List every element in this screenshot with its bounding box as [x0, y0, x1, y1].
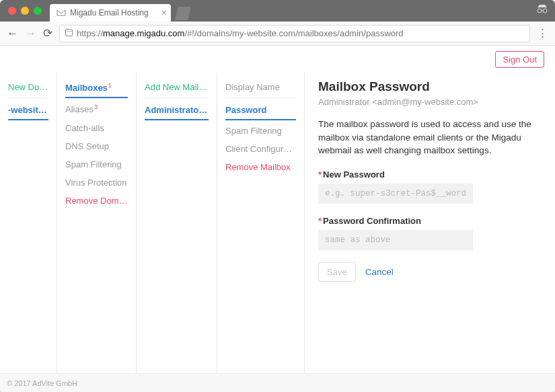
nav-password[interactable]: Password [225, 101, 296, 120]
nav-mailboxes[interactable]: Mailboxes1 [65, 78, 128, 98]
browser-tab[interactable]: Migadu Email Hosting × [50, 4, 171, 22]
required-indicator: * [318, 216, 322, 226]
divider [225, 97, 296, 98]
description-text: The mailbox password is used to access a… [318, 118, 542, 157]
svg-point-1 [543, 9, 547, 13]
new-password-input[interactable] [318, 184, 473, 204]
nav-virus-protection[interactable]: Virus Protection [65, 173, 128, 192]
nav-aliases[interactable]: Aliases3 [65, 100, 128, 118]
copyright-text: © 2017 AdVite GmbH [7, 379, 77, 387]
svg-rect-3 [66, 31, 73, 32]
nav-aliases-label: Aliases [65, 105, 94, 115]
page-title: Mailbox Password [318, 79, 542, 94]
save-button[interactable]: Save [318, 262, 356, 282]
tab-close-icon[interactable]: × [161, 8, 167, 17]
nav-spam-filtering[interactable]: Spam Filtering [65, 155, 128, 173]
svg-point-0 [538, 9, 542, 13]
top-bar: Sign Out [0, 46, 555, 73]
page-footer: © 2017 AdVite GmbH [0, 373, 555, 392]
new-password-label: *New Password [318, 169, 542, 180]
nav-remove-domain[interactable]: Remove Domain [65, 192, 128, 210]
browser-window: Migadu Email Hosting × ← → ⟳ https://man… [0, 0, 555, 392]
new-domain-link[interactable]: New Domain [8, 78, 48, 96]
window-zoom-traffic-light[interactable] [34, 7, 42, 15]
back-button[interactable]: ← [7, 27, 18, 40]
new-tab-button[interactable] [175, 7, 191, 20]
confirm-password-label: *Password Confirmation [318, 216, 542, 226]
reload-button[interactable]: ⟳ [43, 26, 52, 40]
browser-menu-icon[interactable]: ⋮ [537, 26, 548, 40]
domains-column: New Domain -website.com [0, 73, 57, 373]
divider [8, 97, 48, 98]
tab-title: Migadu Email Hosting [70, 8, 149, 17]
mailbox-identity: Administrator <admin@my-website.com> [318, 97, 542, 107]
incognito-icon [536, 4, 548, 15]
nav-display-name[interactable]: Display Name [225, 78, 296, 96]
window-close-traffic-light[interactable] [8, 7, 16, 15]
window-controls [8, 7, 42, 15]
sign-out-button[interactable]: Sign Out [495, 51, 544, 68]
svg-rect-2 [66, 29, 73, 36]
confirm-password-input[interactable] [318, 230, 473, 250]
mailboxes-column: Add New Mailbox Administrator admi... [137, 73, 217, 373]
url-path: /#!/domains/my-website.com/mailboxes/adm… [184, 28, 403, 38]
required-indicator: * [318, 169, 322, 180]
cancel-link[interactable]: Cancel [365, 267, 394, 277]
mailboxes-count-badge: 1 [108, 82, 112, 89]
mailbox-item-administrator[interactable]: Administrator admi... [145, 101, 209, 120]
tab-strip: Migadu Email Hosting × [0, 0, 555, 22]
address-bar: ← → ⟳ https://manage.migadu.com/#!/domai… [0, 22, 555, 46]
domain-item-current[interactable]: -website.com [8, 101, 48, 120]
url-input[interactable]: https://manage.migadu.com/#!/domains/my-… [59, 25, 530, 42]
nav-mailbox-spam[interactable]: Spam Filtering [225, 122, 296, 140]
url-domain: manage.migadu.com [103, 28, 184, 38]
main-panel: Mailbox Password Administrator <admin@my… [305, 73, 555, 373]
page-info-icon[interactable] [65, 29, 73, 38]
favicon [57, 8, 66, 17]
domain-menu-column: Mailboxes1 Aliases3 Catch-alls DNS Setup… [57, 73, 137, 373]
mailbox-menu-column: Display Name Password Spam Filtering Cli… [217, 73, 305, 373]
url-protocol: https:// [77, 28, 103, 38]
form-actions: Save Cancel [318, 262, 542, 282]
nav-remove-mailbox[interactable]: Remove Mailbox [225, 158, 296, 176]
window-minimize-traffic-light[interactable] [21, 7, 29, 15]
nav-dns-setup[interactable]: DNS Setup [65, 137, 128, 155]
column-layout: New Domain -website.com Mailboxes1 Alias… [0, 73, 555, 373]
add-mailbox-link[interactable]: Add New Mailbox [145, 78, 209, 96]
mailbox-name: Administrator [145, 105, 207, 115]
divider [145, 97, 209, 98]
nav-mailboxes-label: Mailboxes [65, 83, 108, 93]
aliases-count-badge: 3 [94, 104, 98, 110]
forward-button: → [25, 27, 36, 40]
nav-catchalls[interactable]: Catch-alls [65, 119, 128, 137]
page-content: Sign Out New Domain -website.com Mailbox… [0, 46, 555, 392]
nav-client-config[interactable]: Client Configuration [225, 140, 296, 158]
